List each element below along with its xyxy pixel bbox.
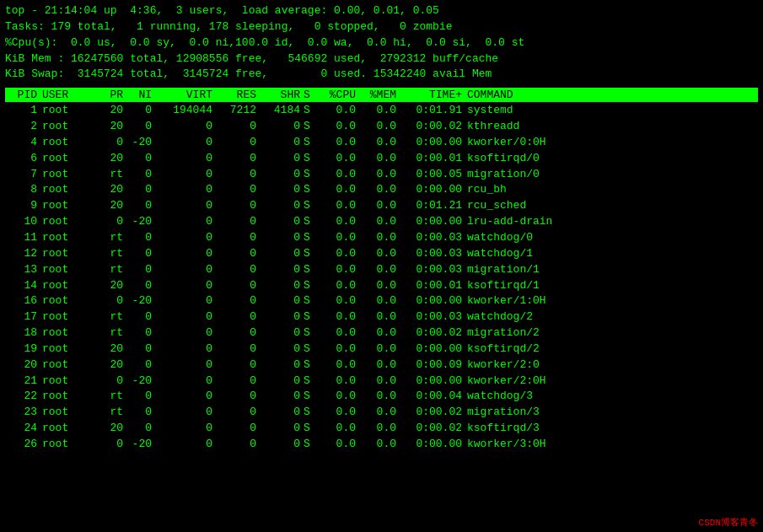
cell-virt: 0 (155, 309, 216, 325)
table-row: 9 root 20 0 0 0 0 S 0.0 0.0 0:01.21 rcu_… (5, 198, 758, 214)
cell-cmd: watchdog/1 (465, 246, 758, 262)
col-header-ni: NI (126, 89, 155, 101)
cell-cpu: 0.0 (319, 230, 359, 246)
cell-res: 0 (216, 182, 260, 198)
table-row: 2 root 20 0 0 0 0 S 0.0 0.0 0:00.02 kthr… (5, 119, 758, 135)
cell-virt: 0 (155, 182, 216, 198)
cell-mem: 0.0 (359, 389, 400, 405)
cell-pid: 23 (5, 405, 40, 421)
cell-user: root (40, 214, 98, 230)
cell-ni: 0 (126, 246, 155, 262)
cell-mem: 0.0 (359, 135, 400, 151)
cell-user: root (40, 262, 98, 278)
cell-time: 0:00.03 (400, 309, 465, 325)
cell-res: 0 (216, 389, 260, 405)
cell-s: S (304, 389, 319, 405)
cell-cmd: kworker/2:0 (465, 357, 758, 373)
cell-cmd: kworker/0:0H (465, 135, 758, 151)
cell-ni: 0 (126, 325, 155, 341)
cell-time: 0:00.00 (400, 214, 465, 230)
table-row: 24 root 20 0 0 0 0 S 0.0 0.0 0:00.02 kso… (5, 421, 758, 437)
cell-pid: 4 (5, 135, 40, 151)
cell-time: 0:00.04 (400, 389, 465, 405)
cell-s: S (304, 246, 319, 262)
cell-cpu: 0.0 (319, 278, 359, 294)
cell-pid: 2 (5, 119, 40, 135)
table-row: 4 root 0 -20 0 0 0 S 0.0 0.0 0:00.00 kwo… (5, 135, 758, 151)
cell-pid: 9 (5, 198, 40, 214)
cell-virt: 194044 (155, 103, 216, 119)
col-header-virt: VIRT (155, 89, 216, 101)
table-row: 8 root 20 0 0 0 0 S 0.0 0.0 0:00.00 rcu_… (5, 182, 758, 198)
cell-time: 0:00.02 (400, 405, 465, 421)
cell-shr: 0 (260, 246, 304, 262)
cell-cmd: watchdog/3 (465, 389, 758, 405)
cell-virt: 0 (155, 198, 216, 214)
cell-ni: 0 (126, 405, 155, 421)
cell-user: root (40, 151, 98, 167)
cell-ni: -20 (126, 437, 155, 453)
cell-shr: 0 (260, 389, 304, 405)
cell-cpu: 0.0 (319, 151, 359, 167)
table-row: 19 root 20 0 0 0 0 S 0.0 0.0 0:00.00 kso… (5, 341, 758, 357)
cell-pr: 20 (98, 119, 126, 135)
cell-pid: 24 (5, 421, 40, 437)
cell-cpu: 0.0 (319, 421, 359, 437)
cell-virt: 0 (155, 246, 216, 262)
cell-mem: 0.0 (359, 230, 400, 246)
cell-s: S (304, 309, 319, 325)
cell-virt: 0 (155, 278, 216, 294)
cell-user: root (40, 373, 98, 390)
cell-mem: 0.0 (359, 167, 400, 183)
col-header-user: USER (40, 89, 98, 101)
cell-cpu: 0.0 (319, 389, 359, 405)
cell-user: root (40, 198, 98, 214)
table-row: 14 root 20 0 0 0 0 S 0.0 0.0 0:00.01 kso… (5, 278, 758, 294)
table-row: 11 root rt 0 0 0 0 S 0.0 0.0 0:00.03 wat… (5, 230, 758, 246)
cell-mem: 0.0 (359, 262, 400, 278)
cell-user: root (40, 341, 98, 357)
process-rows: 1 root 20 0 194044 7212 4184 S 0.0 0.0 0… (5, 103, 758, 453)
cell-user: root (40, 278, 98, 294)
cell-pr: 20 (98, 421, 126, 437)
cell-mem: 0.0 (359, 293, 400, 309)
cell-shr: 0 (260, 198, 304, 214)
col-header-mem: %MEM (359, 89, 400, 101)
cell-s: S (304, 151, 319, 167)
cell-virt: 0 (155, 437, 216, 453)
col-header-pr: PR (98, 89, 126, 101)
cell-cmd: migration/0 (465, 167, 758, 183)
cell-res: 0 (216, 373, 260, 390)
cell-res: 0 (216, 167, 260, 183)
cell-user: root (40, 437, 98, 453)
cell-user: root (40, 293, 98, 309)
cell-mem: 0.0 (359, 103, 400, 119)
cell-cpu: 0.0 (319, 246, 359, 262)
cell-time: 0:00.02 (400, 421, 465, 437)
col-header-time: TIME+ (400, 89, 465, 101)
cell-user: root (40, 405, 98, 421)
cell-time: 0:01.21 (400, 198, 465, 214)
cell-res: 0 (216, 119, 260, 135)
cell-shr: 0 (260, 373, 304, 390)
cell-pr: 0 (98, 293, 126, 309)
cell-cpu: 0.0 (319, 373, 359, 390)
cell-shr: 4184 (260, 103, 304, 119)
cell-pr: rt (98, 389, 126, 405)
cell-virt: 0 (155, 341, 216, 357)
cell-pid: 21 (5, 373, 40, 390)
cell-time: 0:00.03 (400, 246, 465, 262)
cell-s: S (304, 262, 319, 278)
table-row: 22 root rt 0 0 0 0 S 0.0 0.0 0:00.04 wat… (5, 389, 758, 405)
cell-pid: 22 (5, 389, 40, 405)
cell-shr: 0 (260, 182, 304, 198)
cell-cmd: migration/3 (465, 405, 758, 421)
cell-cpu: 0.0 (319, 357, 359, 373)
header-line-4: KiB Mem : 16247560 total, 12908556 free,… (5, 51, 758, 67)
table-row: 1 root 20 0 194044 7212 4184 S 0.0 0.0 0… (5, 103, 758, 119)
cell-mem: 0.0 (359, 182, 400, 198)
cell-shr: 0 (260, 214, 304, 230)
cell-pid: 8 (5, 182, 40, 198)
cell-ni: 0 (126, 119, 155, 135)
cell-cmd: kthreadd (465, 119, 758, 135)
